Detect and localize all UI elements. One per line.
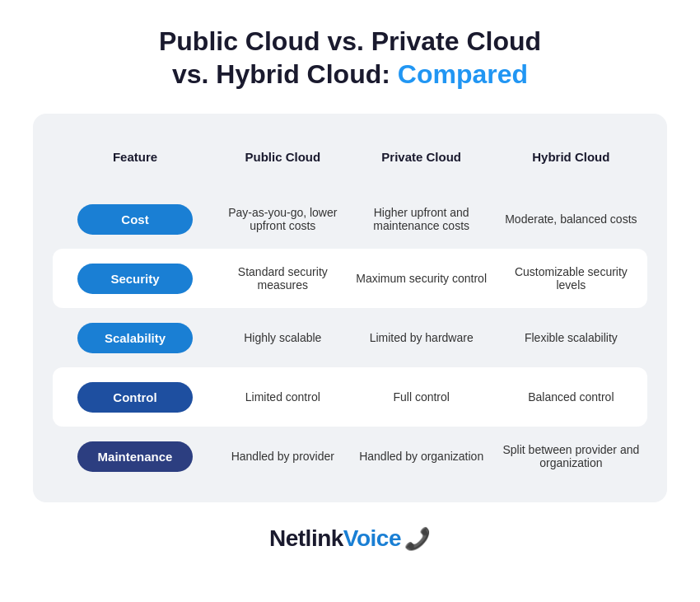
title-highlight: Compared [398, 59, 528, 89]
comparison-table-container: Feature Public Cloud Private Cloud Hybri… [33, 114, 667, 502]
badge-security: Security [77, 264, 193, 294]
header-feature: Feature [53, 130, 217, 189]
public-cell-scalability: Highly scalable [217, 308, 348, 367]
private-cell-cost: Higher upfront and maintenance costs [348, 189, 495, 249]
private-cell-security: Maximum security control [348, 249, 495, 308]
brand-voice: Voice [343, 525, 401, 551]
brand-name: NetlinkVoice [269, 525, 401, 552]
comparison-table: Feature Public Cloud Private Cloud Hybri… [53, 130, 647, 486]
badge-scalability: Scalability [77, 323, 193, 353]
private-cell-maintenance: Handled by organization [348, 427, 495, 486]
badge-control: Control [77, 382, 193, 413]
title-line2: vs. Hybrid Cloud: [172, 59, 390, 89]
badge-maintenance: Maintenance [77, 441, 193, 472]
badge-cost: Cost [77, 204, 193, 235]
brand-netlink: Netlink [269, 525, 343, 551]
hybrid-cell-cost: Moderate, balanced costs [495, 189, 647, 249]
private-cell-scalability: Limited by hardware [348, 308, 495, 367]
page-wrapper: Public Cloud vs. Private Cloud vs. Hybri… [0, 0, 700, 568]
hybrid-cell-control: Balanced control [495, 367, 647, 427]
table-row: CostPay-as-you-go, lower upfront costsHi… [53, 189, 647, 249]
feature-cell-control: Control [53, 367, 217, 427]
public-cell-cost: Pay-as-you-go, lower upfront costs [217, 189, 348, 249]
page-title: Public Cloud vs. Private Cloud vs. Hybri… [159, 25, 541, 91]
public-cell-maintenance: Handled by provider [217, 427, 348, 486]
hybrid-cell-maintenance: Split between provider and organization [495, 427, 647, 486]
header-public: Public Cloud [217, 130, 348, 189]
hybrid-cell-scalability: Flexible scalability [495, 308, 647, 367]
table-row: SecurityStandard security measuresMaximu… [53, 249, 647, 308]
public-cell-security: Standard security measures [217, 249, 348, 308]
table-row: ControlLimited controlFull controlBalanc… [53, 367, 647, 427]
phone-icon: 📞 [404, 526, 431, 552]
header-private: Private Cloud [348, 130, 495, 189]
hybrid-cell-security: Customizable security levels [495, 249, 647, 308]
table-row: MaintenanceHandled by providerHandled by… [53, 427, 647, 486]
brand-footer: NetlinkVoice 📞 [269, 525, 431, 552]
private-cell-control: Full control [348, 367, 495, 427]
feature-cell-maintenance: Maintenance [53, 427, 217, 486]
feature-cell-scalability: Scalability [53, 308, 217, 367]
header-hybrid: Hybrid Cloud [495, 130, 647, 189]
feature-cell-security: Security [53, 249, 217, 308]
public-cell-control: Limited control [217, 367, 348, 427]
table-row: ScalabilityHighly scalableLimited by har… [53, 308, 647, 367]
feature-cell-cost: Cost [53, 189, 217, 249]
title-line1: Public Cloud vs. Private Cloud [159, 26, 541, 56]
